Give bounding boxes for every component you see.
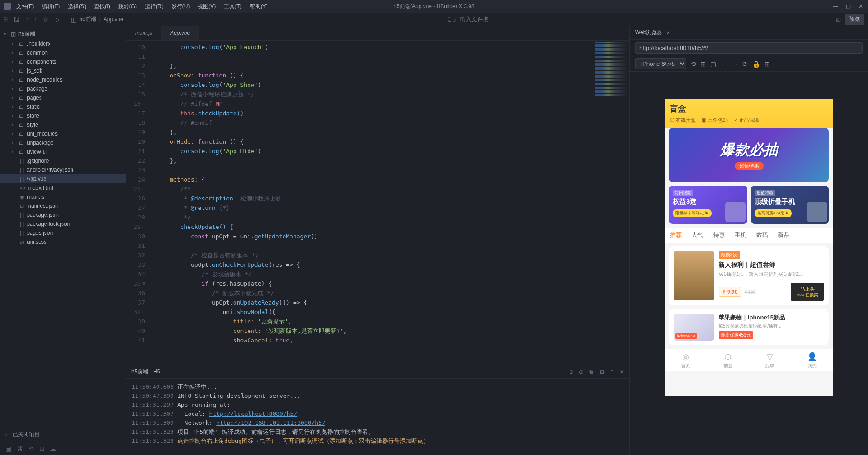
forward-icon[interactable]: › [35,16,37,23]
menu-select[interactable]: 选择(S) [64,1,90,12]
minimize-button[interactable]: — [832,3,839,10]
product-card[interactable]: 限购3次 新人福利｜超值尝鲜 买1抽得2抽，新人限定福利买1抽得2... ¥ 9… [669,246,829,305]
hero-banner[interactable]: 爆款必抽 超值特惠 [669,128,829,182]
nav-draw[interactable]: ⬡抽盒 [707,349,749,371]
tree-folder[interactable]: ›🗀style [0,120,126,129]
promo-card[interactable]: 超值特惠 顶级折叠手机 最高优惠479元 ▶ [751,186,829,224]
menu-goto[interactable]: 跳转(G) [115,1,140,12]
tree-file[interactable]: [ ]pages.json [0,228,126,237]
menu-file[interactable]: 文件(F) [13,1,37,12]
menu-tools[interactable]: 工具(T) [220,1,245,12]
category-tab[interactable]: 人气 [692,231,703,239]
console-link[interactable]: http://localhost:8080/h5/ [209,410,298,419]
tree-folder[interactable]: ›🗀static [0,102,126,111]
menu-run[interactable]: 运行(R) [141,1,167,12]
filter-icon[interactable]: ⎄ [836,16,840,23]
debug-icon[interactable]: ⊙ [569,369,574,375]
menu-help[interactable]: 帮助(Y) [246,1,271,12]
menu-view[interactable]: 视图(V) [194,1,219,12]
tree-folder[interactable]: ›🗀node_modules [0,75,126,84]
device-select[interactable]: iPhone 6/7/8 [635,58,686,69]
tree-file[interactable]: [ ]package-lock.json [0,219,126,228]
link-icon[interactable]: ⌘ [17,445,23,452]
tree-file[interactable]: ᔕuni.scss [0,237,126,246]
reload-icon[interactable]: ⟳ [742,60,748,68]
closed-projects[interactable]: › 已关闭项目 [0,427,126,442]
menu-edit[interactable]: 编辑(E) [38,1,63,12]
cloud-icon[interactable]: ☁ [50,445,56,452]
save-icon[interactable]: 🖫 [14,16,20,23]
breadcrumb: ◫ h5前端 › App.vue [71,15,123,23]
close-console-icon[interactable]: ✕ [619,369,624,375]
nav-back-icon[interactable]: ← [721,60,727,68]
breadcrumb-file[interactable]: App.vue [104,16,123,23]
category-tab[interactable]: 推荐 [670,231,682,239]
tree-file[interactable]: [ ]package.json [0,210,126,219]
tree-folder[interactable]: ›🗀uview-ui [0,147,126,156]
tree-folder[interactable]: ›🗀store [0,111,126,120]
tree-folder[interactable]: ›🗀components [0,57,126,66]
url-input[interactable] [635,42,863,54]
terminal-icon[interactable]: ▣ [5,445,11,452]
lock-icon[interactable]: 🔒 [752,60,760,68]
tree-folder[interactable]: ›🗀.hbuilderx [0,39,126,48]
tab-mainjs[interactable]: main.js [126,26,161,40]
star-icon[interactable]: ☆ [43,16,49,23]
code-editor[interactable]: 10 11 12 13 14 15 16⊟ 17 18 19 20 21 22 … [126,41,629,365]
filename-input[interactable] [460,16,514,23]
nav-me[interactable]: 👤我的 [791,349,833,371]
promo-card[interactable]: 每日限量 权益3选 限量抽卡等好礼 ▶ [669,186,747,224]
category-tab[interactable]: 手机 [735,231,746,239]
run-icon[interactable]: ▷ [55,16,60,23]
collapse-icon[interactable]: ⊟ [39,445,45,452]
nav-home[interactable]: ◎首页 [665,349,707,371]
tree-file[interactable]: [ ].gitignore [0,156,126,165]
tab-appvue[interactable]: App.vue [161,26,199,40]
tree-file[interactable]: [ ]androidPrivacy.json [0,165,126,174]
tree-folder[interactable]: ›🗀package [0,84,126,93]
menu-publish[interactable]: 发行(U) [168,1,194,12]
breadcrumb-project[interactable]: h5前端 [79,15,96,23]
preview-button[interactable]: 预览 [845,14,864,25]
phone-frame[interactable]: 盲盒 ⬡ 在线开盒 ▣ 三件包邮 ✓ 正品保障 爆款必抽 超值特惠 每日限量 权… [665,99,833,396]
tree-file[interactable]: <>index.html [0,183,126,192]
tree-folder[interactable]: ›🗀pages [0,93,126,102]
box-icon[interactable]: ▢ [710,60,716,68]
category-tab[interactable]: 特惠 [713,231,725,239]
clear-icon[interactable]: 🗑 [589,369,594,375]
tree-file[interactable]: ◉main.js [0,192,126,201]
nav-brand[interactable]: ▽品牌 [749,349,791,371]
tree-folder[interactable]: ›🗀uni_modules [0,129,126,138]
tree-folder[interactable]: ›🗀js_sdk [0,66,126,75]
close-preview-icon[interactable]: ✕ [666,30,670,36]
product-card[interactable]: iPhone 14 苹果豪物｜iphone15新品... 每5发保底必出传说/欧… [669,309,829,345]
search-file-icon[interactable]: 🗎⌕ [446,16,456,23]
tree-folder[interactable]: ›🗀unpackage [0,138,126,147]
sync-icon[interactable]: ⟲ [28,445,34,452]
responsive-icon[interactable]: ⊞ [701,60,706,68]
stop-icon[interactable]: ⊘ [579,369,583,375]
tree-file[interactable]: ⊞manifest.json [0,201,126,210]
tree-file-active[interactable]: [ ]App.vue [0,174,126,183]
buy-button[interactable]: 马上买 2597已购买 [791,283,824,301]
category-tab[interactable]: 新品 [778,231,790,239]
tree-folder[interactable]: ›🗀common [0,48,126,57]
console-link[interactable]: http://192.168.101.111:8080/h5/ [216,419,326,428]
nav-forward-icon[interactable]: → [732,60,738,68]
tree-root[interactable]: ▾ ◫ h5前端 [0,29,126,39]
minimap[interactable] [593,41,629,365]
category-tab[interactable]: 数码 [756,231,768,239]
code-content[interactable]: console.log('App Launch') }, onShow: fun… [149,41,593,365]
close-button[interactable]: ✕ [857,3,864,10]
back-icon[interactable]: ‹ [26,16,28,23]
qr-icon[interactable]: ⊞ [764,60,770,68]
promo-button[interactable]: 最高优惠479元 ▶ [755,209,792,217]
collapse-up-icon[interactable]: ⌃ [610,369,614,375]
expand-icon[interactable]: ⊡ [600,369,604,375]
menu-find[interactable]: 查找(I) [90,1,113,12]
new-file-icon[interactable]: ⎘ [4,16,7,23]
maximize-button[interactable]: ▢ [845,3,852,10]
console-output[interactable]: 11:50:40.606正在编译中... 11:50:47.399 INFO S… [126,379,629,455]
promo-button[interactable]: 限量抽卡等好礼 ▶ [673,209,712,217]
rotate-icon[interactable]: ⟲ [691,60,696,68]
